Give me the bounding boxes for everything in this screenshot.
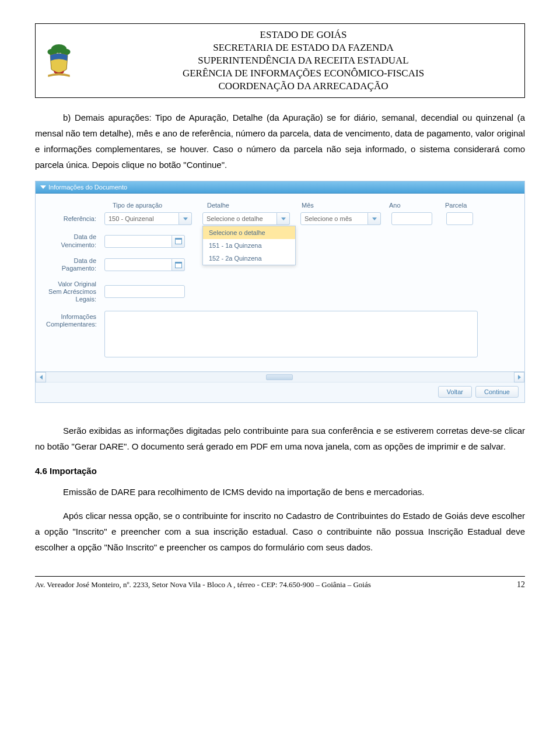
- col-ano: Ano: [389, 202, 445, 209]
- tipo-apuracao-input: 150 - Quinzenal: [104, 212, 179, 225]
- data-pagamento-input: [104, 258, 172, 271]
- body-paragraph: Após clicar nessa opção, se o contribuin…: [35, 508, 525, 555]
- dropdown-item[interactable]: Selecione o detalhe: [203, 226, 295, 239]
- panel-body: Tipo de apuração Detalhe Mês Ano Parcela…: [36, 194, 524, 371]
- mes-combo[interactable]: Selecione o mês: [300, 212, 381, 225]
- data-vencimento-field[interactable]: [104, 235, 185, 248]
- scroll-track[interactable]: [48, 375, 512, 379]
- letterhead-line: COORDENAÇÃO DA ARRECADAÇÃO: [88, 80, 519, 93]
- label-referencia: Referência:: [46, 215, 104, 223]
- body-paragraph: Emissão de DARE para recolhimento de ICM…: [35, 484, 525, 500]
- ano-input[interactable]: [391, 212, 432, 225]
- col-mes: Mês: [302, 202, 389, 209]
- label-info-complementares: Informações Complementares:: [46, 311, 104, 328]
- scroll-right-button[interactable]: [514, 372, 524, 382]
- dropdown-item[interactable]: 151 - 1a Quinzena: [203, 239, 295, 252]
- chevron-down-icon[interactable]: [368, 212, 381, 225]
- dropdown-item[interactable]: 152 - 2a Quinzena: [203, 252, 295, 265]
- state-crest-logo: [41, 37, 76, 84]
- form-footer: Voltar Continue: [36, 382, 524, 402]
- page-number: 12: [517, 580, 525, 589]
- letterhead-text: ESTADO DE GOIÁS SECRETARIA DE ESTADO DA …: [88, 29, 519, 93]
- body-paragraph: Serão exibidas as informações digitadas …: [35, 423, 525, 454]
- scroll-thumb[interactable]: [266, 374, 293, 380]
- chevron-down-icon[interactable]: [277, 212, 290, 225]
- collapse-icon: [40, 185, 46, 189]
- page-footer: Av. Vereador José Monteiro, nº. 2233, Se…: [35, 576, 525, 589]
- calendar-icon[interactable]: [172, 258, 185, 271]
- voltar-button[interactable]: Voltar: [438, 386, 472, 398]
- column-headers: Tipo de apuração Detalhe Mês Ano Parcela: [113, 202, 514, 209]
- data-pagamento-field[interactable]: [104, 258, 185, 271]
- continue-button[interactable]: Continue: [475, 386, 519, 398]
- detalhe-combo[interactable]: Selecione o detalhe Selecione o detalhe …: [202, 212, 290, 225]
- section-heading: 4.6 Importação: [35, 466, 525, 476]
- tipo-apuracao-combo[interactable]: 150 - Quinzenal: [104, 212, 192, 225]
- col-detalhe: Detalhe: [207, 202, 302, 209]
- calendar-icon[interactable]: [172, 235, 185, 248]
- col-parcela: Parcela: [445, 202, 480, 209]
- panel-header[interactable]: Informações do Documento: [36, 181, 524, 194]
- row-referencia: Referência: 150 - Quinzenal Selecione o …: [46, 212, 514, 225]
- letterhead-line: ESTADO DE GOIÁS: [88, 29, 519, 41]
- panel-title: Informações do Documento: [48, 184, 127, 191]
- row-info-complementares: Informações Complementares:: [46, 311, 514, 357]
- scroll-left-button[interactable]: [36, 372, 46, 382]
- letterhead-line: SECRETARIA DE ESTADO DA FAZENDA: [88, 41, 519, 54]
- mes-input: Selecione o mês: [300, 212, 368, 225]
- detalhe-dropdown: Selecione o detalhe 151 - 1a Quinzena 15…: [202, 226, 296, 265]
- col-tipo: Tipo de apuração: [113, 202, 207, 209]
- label-valor: Valor Original Sem Acréscimos Legais:: [46, 280, 104, 303]
- body-paragraph: b) Demais apurações: Tipo de Apuração, D…: [35, 110, 525, 173]
- data-vencimento-input: [104, 235, 172, 248]
- detalhe-input: Selecione o detalhe: [202, 212, 277, 225]
- form-info-document: Informações do Documento Tipo de apuraçã…: [35, 181, 525, 403]
- parcela-input[interactable]: [446, 212, 473, 225]
- letterhead-box: ESTADO DE GOIÁS SECRETARIA DE ESTADO DA …: [35, 23, 525, 98]
- letterhead-line: GERÊNCIA DE INFORMAÇÕES ECONÔMICO-FISCAI…: [88, 67, 519, 80]
- row-valor: Valor Original Sem Acréscimos Legais:: [46, 280, 514, 303]
- footer-address: Av. Vereador José Monteiro, nº. 2233, Se…: [35, 580, 371, 589]
- label-data-pagamento: Data de Pagamento:: [46, 257, 104, 272]
- info-complementares-textarea[interactable]: [104, 311, 478, 357]
- label-data-vencimento: Data de Vencimento:: [46, 233, 104, 248]
- valor-input[interactable]: [104, 285, 185, 298]
- horizontal-scrollbar[interactable]: [36, 371, 524, 382]
- letterhead-line: SUPERINTENDÊNCIA DA RECEITA ESTADUAL: [88, 54, 519, 67]
- chevron-down-icon[interactable]: [179, 212, 192, 225]
